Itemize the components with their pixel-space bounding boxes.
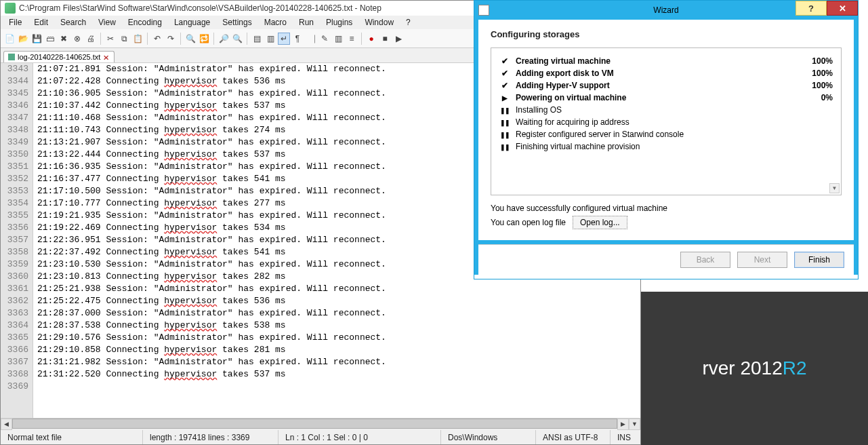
scroll-right-arrow-icon[interactable]: ▶ [617,419,629,430]
wizard-log-row: You can open log file Open log... [491,216,842,229]
menu-window[interactable]: Window [359,16,399,28]
undo-icon[interactable]: ↶ [151,33,163,45]
back-button[interactable]: Back [680,252,730,268]
save-all-icon[interactable]: 🗃 [44,33,56,45]
menu-help[interactable]: ? [400,16,416,28]
new-file-icon[interactable]: 📄 [3,33,16,45]
npp-title-text: C:\Program Files\StarWind Software\StarW… [19,3,381,13]
file-tab[interactable]: log-20140228-140625.txt ⨯ [3,51,115,62]
wizard-title-text: Wizard [653,5,678,15]
status-length-lines: length : 197418 lines : 3369 [143,430,278,444]
code-line[interactable]: 21:28:37.000 Session: "Administrator" ha… [37,307,640,320]
menu-search[interactable]: Search [55,16,91,28]
wizard-step: Finishing virtual machine provision [497,140,835,153]
func-list-icon[interactable]: ≡ [346,33,358,45]
close-all-icon[interactable]: ⊗ [71,33,83,45]
stop-macro-icon[interactable]: ■ [379,33,391,45]
menu-run[interactable]: Run [293,16,319,28]
wizard-heading: Configuring storages [491,29,842,39]
scroll-thumb[interactable] [12,419,617,429]
zoom-out-icon[interactable]: 🔍 [231,33,243,45]
cut-icon[interactable]: ✂ [104,33,117,45]
wizard-footer: Back Next Finish [478,244,854,275]
code-line[interactable]: 21:29:10.858 Connecting hypervisor takes… [37,344,640,356]
print-icon[interactable]: 🖨 [85,33,97,45]
step-label: Installing OS [516,105,806,115]
pause-icon [499,117,510,127]
toolbar-separator [147,33,148,45]
pause-icon [499,105,510,115]
sync-h-icon[interactable]: ▥ [264,33,276,45]
zoom-in-icon[interactable]: 🔎 [218,33,230,45]
help-button[interactable]: ? [795,1,827,16]
os-label-accent: R2 [783,357,807,379]
doc-map-icon[interactable]: ▥ [332,33,344,45]
play-icon [499,93,510,102]
copy-icon[interactable]: ⧉ [118,33,130,45]
status-encoding: ANSI as UTF-8 [536,430,611,444]
line-number-gutter: 3343334433453346334733483349335033513352… [1,63,33,418]
code-line[interactable]: 21:28:37.538 Connecting hypervisor takes… [37,320,640,332]
save-icon[interactable]: 💾 [30,33,43,45]
code-line[interactable]: 21:29:10.576 Session: "Administrator" ha… [37,332,640,344]
wrap-icon[interactable]: ↵ [278,33,290,45]
code-line[interactable]: 21:31:21.982 Session: "Administrator" ha… [37,356,640,368]
code-line[interactable]: 21:25:21.938 Session: "Administrator" ha… [37,283,640,295]
wizard-titlebar[interactable]: Wizard ? ✕ [474,1,858,20]
menu-settings[interactable]: Settings [217,16,257,28]
menu-file[interactable]: File [3,16,27,28]
scroll-down-arrow-icon[interactable]: ▼ [629,419,640,430]
menu-view[interactable]: View [93,16,121,28]
sync-v-icon[interactable]: ▤ [251,33,263,45]
lang-icon[interactable]: ✎ [318,33,331,45]
show-all-chars-icon[interactable]: ¶ [291,33,304,45]
finish-button[interactable]: Finish [794,252,844,268]
wizard-step: Creating virtual machine100% [497,55,835,67]
status-eol: Dos\Windows [441,430,536,444]
paste-icon[interactable]: 📋 [131,33,144,45]
record-macro-icon[interactable]: ● [365,33,377,45]
find-icon[interactable]: 🔍 [184,33,197,45]
step-label: Register configured server in Starwind c… [516,130,806,139]
menu-language[interactable]: Language [169,16,215,28]
status-bar: Normal text file length : 197418 lines :… [1,429,640,444]
play-macro-icon[interactable]: ▶ [392,33,405,45]
step-label: Adding export disk to VM [516,69,806,78]
wizard-step: Powering on virtual machine0% [497,92,835,104]
wizard-steps-list: Creating virtual machine100%Adding expor… [491,47,842,195]
wizard-step: Adding export disk to VM100% [497,67,835,79]
menu-edit[interactable]: Edit [28,16,54,28]
replace-icon[interactable]: 🔁 [198,33,210,45]
menu-plugins[interactable]: Plugins [321,16,358,28]
status-filetype: Normal text file [1,430,143,444]
step-label: Waiting for acquiring ip address [516,117,806,127]
indent-guide-icon[interactable]: ⎹ [305,33,317,45]
toolbar-separator [180,33,181,45]
horizontal-scrollbar[interactable]: ◀ ▶ ▼ [1,418,640,429]
step-percent: 100% [806,56,833,66]
next-button[interactable]: Next [737,252,787,268]
menu-encoding[interactable]: Encoding [123,16,167,28]
status-mode: INS [611,430,640,444]
status-cursor-pos: Ln : 1 Col : 1 Sel : 0 | 0 [278,430,441,444]
menu-macro[interactable]: Macro [259,16,292,28]
toolbar-separator [213,33,214,45]
wizard-chrome: Wizard ? ✕ Configuring storages Creating… [474,1,858,275]
steps-scroll-down-icon[interactable]: ▼ [829,183,840,193]
code-line[interactable] [37,381,640,393]
wizard-step: Waiting for acquiring ip address [497,116,835,128]
open-file-icon[interactable]: 📂 [17,33,29,45]
tab-close-icon[interactable]: ⨯ [103,54,110,60]
code-line[interactable]: 21:31:22.520 Connecting hypervisor takes… [37,368,640,381]
open-log-button[interactable]: Open log... [573,216,627,229]
desktop-background-label: rver 2012 R2 [641,292,868,445]
close-file-icon[interactable]: ✖ [58,33,70,45]
redo-icon[interactable]: ↷ [165,33,177,45]
check-icon [499,69,510,78]
pause-icon [499,142,510,151]
close-button[interactable]: ✕ [827,1,858,16]
scroll-left-arrow-icon[interactable]: ◀ [1,419,12,430]
scroll-track[interactable] [12,419,617,430]
npp-app-icon [5,3,16,14]
code-line[interactable]: 21:25:22.475 Connecting hypervisor takes… [37,295,640,307]
